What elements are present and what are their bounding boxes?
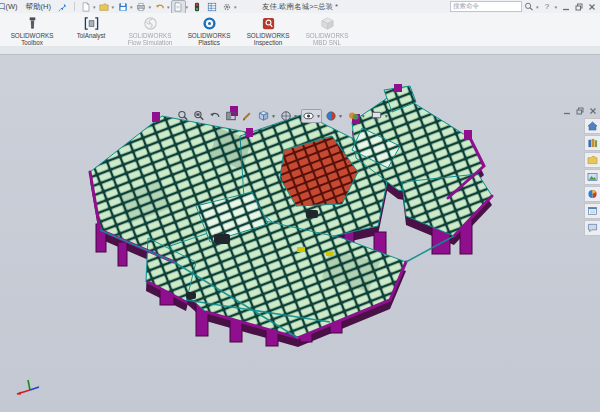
apply-scene-button[interactable]: ▼	[346, 109, 367, 123]
speech-bubble-icon	[587, 223, 598, 233]
tolanalyst-icon	[84, 16, 99, 31]
menu-help[interactable]: 帮助(H)	[22, 2, 55, 12]
hide-show-items-button[interactable]: ▼	[301, 109, 322, 123]
close-button[interactable]	[586, 2, 597, 12]
chevron-down-icon: ▼	[316, 113, 321, 119]
gear-icon	[222, 2, 232, 12]
command-manager: SOLIDWORKS Toolbox TolAnalyst SOLIDWORKS…	[0, 13, 600, 48]
chevron-down-icon: ▼	[271, 113, 276, 119]
coordinate-triad	[17, 380, 39, 395]
search-cluster: 搜索命令 ▾ ? ▾	[450, 1, 600, 12]
undo-icon	[155, 2, 165, 12]
custom-properties-tab[interactable]	[584, 203, 600, 219]
search-input[interactable]: 搜索命令	[450, 1, 522, 12]
task-pane-tabs	[584, 118, 600, 236]
viewport-canvas[interactable]	[0, 54, 600, 412]
chevron-down-icon[interactable]: ▾	[167, 4, 170, 10]
minimize-button[interactable]	[560, 2, 571, 12]
picture-icon	[587, 172, 598, 182]
zoom-to-fit-button[interactable]	[176, 109, 190, 123]
restore-button[interactable]	[573, 2, 584, 12]
section-view-button[interactable]	[224, 109, 238, 123]
open-folder-icon	[99, 2, 109, 12]
chevron-down-icon[interactable]: ▾	[93, 4, 96, 10]
traffic-light-icon	[192, 2, 202, 12]
search-icon[interactable]	[524, 2, 534, 12]
chevron-down-icon[interactable]: ▾	[149, 4, 152, 10]
title-bar: 口(W) 帮助(H) ▾ ▾ ▾ ▾ ▾	[0, 0, 600, 14]
inspection-icon	[261, 16, 276, 31]
properties-grid-icon	[207, 2, 217, 12]
chevron-down-icon[interactable]: ▾	[234, 4, 237, 10]
graphics-viewport[interactable]: ▼ ▼ ▼ ▼ ▼	[0, 54, 600, 412]
properties-window-icon	[587, 206, 598, 216]
ribbon-tab-strip[interactable]	[0, 46, 600, 55]
save-icon	[118, 2, 128, 12]
save-button[interactable]	[115, 0, 130, 14]
help-button[interactable]: ?	[541, 2, 552, 12]
folder-icon	[587, 155, 598, 165]
appearances-scenes-tab[interactable]	[584, 186, 600, 202]
document-window-controls	[562, 106, 597, 115]
file-properties-button[interactable]	[204, 0, 219, 14]
mbd-cube-icon	[320, 16, 335, 31]
chevron-down-icon[interactable]: ▾	[186, 4, 189, 10]
view-orientation-button[interactable]: ▼	[256, 109, 277, 123]
flow-simulation-icon	[143, 16, 158, 31]
headsup-view-toolbar: ▼ ▼ ▼ ▼ ▼	[176, 109, 390, 123]
print-button[interactable]	[134, 0, 149, 14]
plastics-icon	[202, 16, 217, 31]
annotation-icon	[241, 110, 253, 122]
undo-button[interactable]	[152, 0, 167, 14]
books-icon	[587, 138, 598, 148]
previous-view-icon	[209, 110, 221, 122]
print-icon	[136, 2, 146, 12]
doc-minimize-button[interactable]	[562, 106, 571, 115]
eye-icon	[302, 110, 315, 122]
section-view-icon	[225, 110, 237, 122]
menu-window[interactable]: 口(W)	[0, 2, 22, 12]
page-tool-button[interactable]	[171, 0, 186, 14]
display-style-button[interactable]: ▼	[279, 109, 299, 123]
chevron-down-icon: ▼	[384, 113, 389, 119]
appearance-sphere-icon	[587, 189, 598, 199]
chevron-down-icon: ▼	[361, 113, 366, 119]
options-button[interactable]	[219, 0, 234, 14]
zoom-area-icon	[193, 110, 205, 122]
zoom-fit-icon	[177, 110, 189, 122]
appearance-ball-icon	[325, 110, 337, 122]
toolbox-bolt-icon	[25, 16, 40, 31]
solidworks-resources-tab[interactable]	[584, 118, 600, 134]
chevron-down-icon[interactable]: ▾	[130, 4, 133, 10]
design-library-tab[interactable]	[584, 135, 600, 151]
chevron-down-icon[interactable]: ▾	[554, 4, 557, 10]
previous-view-button[interactable]	[208, 109, 222, 123]
view-settings-button[interactable]: ▼	[369, 109, 390, 123]
page-icon	[173, 2, 183, 12]
monitor-icon	[370, 110, 383, 122]
annotation-view-button[interactable]	[240, 109, 254, 123]
new-document-button[interactable]	[78, 0, 93, 14]
edit-appearance-button[interactable]: ▼	[324, 109, 344, 123]
open-document-button[interactable]	[97, 0, 112, 14]
doc-restore-button[interactable]	[575, 106, 584, 115]
chevron-down-icon[interactable]: ▾	[112, 4, 115, 10]
rebuild-button[interactable]	[189, 0, 204, 14]
scene-icon	[347, 110, 360, 122]
doc-close-button[interactable]	[588, 106, 597, 115]
file-explorer-tab[interactable]	[584, 152, 600, 168]
chevron-down-icon: ▼	[338, 113, 343, 119]
pin-icon[interactable]	[58, 2, 68, 12]
view-cube-icon	[257, 110, 270, 122]
new-document-icon	[81, 2, 91, 12]
display-style-icon	[280, 110, 292, 122]
separator	[74, 2, 75, 11]
home-icon	[587, 121, 598, 131]
view-palette-tab[interactable]	[584, 169, 600, 185]
zoom-to-area-button[interactable]	[192, 109, 206, 123]
solidworks-forum-tab[interactable]	[584, 220, 600, 236]
chevron-down-icon[interactable]: ▾	[536, 4, 539, 10]
formwork-model[interactable]	[90, 84, 492, 347]
chevron-down-icon: ▼	[293, 113, 298, 119]
